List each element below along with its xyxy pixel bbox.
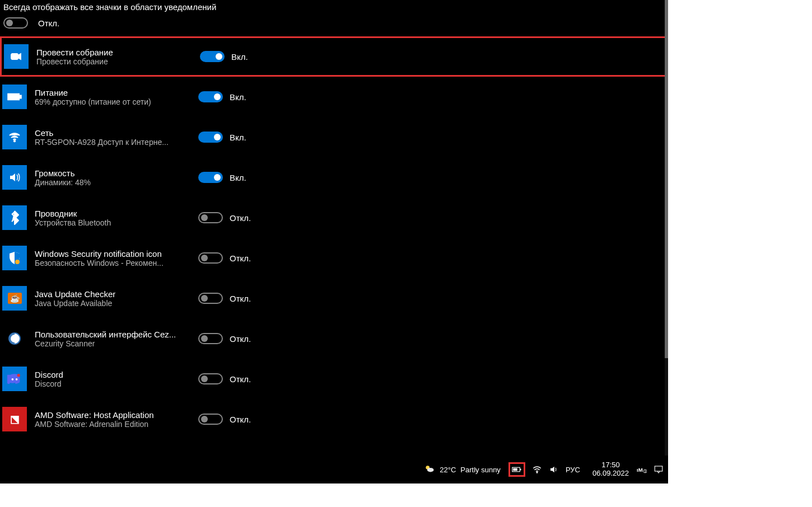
tray-app-icon[interactable]: ıM1 bbox=[637, 464, 647, 475]
row-title: Питание bbox=[35, 88, 198, 97]
row-subtitle: Java Update Available bbox=[35, 299, 198, 308]
row-title: Пользовательский интерфейс Cez... bbox=[35, 330, 198, 339]
notification-icon-row[interactable]: Провести собраниеПровести собраниеВкл. bbox=[0, 36, 668, 77]
row-toggle[interactable] bbox=[198, 293, 223, 304]
clock-time: 17:50 bbox=[601, 461, 620, 470]
row-toggle[interactable] bbox=[198, 132, 223, 143]
svg-rect-13 bbox=[513, 468, 517, 471]
row-toggle-group: Откл. bbox=[198, 252, 251, 264]
row-toggle-label: Вкл. bbox=[231, 52, 248, 62]
notification-icon-row[interactable]: Пользовательский интерфейс Cez...Cezurit… bbox=[0, 318, 668, 359]
row-text: Пользовательский интерфейс Cez...Cezurit… bbox=[27, 330, 198, 348]
row-text: Питание69% доступно (питание от сети) bbox=[27, 88, 198, 106]
row-toggle-label: Откл. bbox=[230, 294, 251, 303]
row-subtitle: Динамики: 48% bbox=[35, 178, 198, 187]
row-subtitle: Cezurity Scanner bbox=[35, 339, 198, 348]
bluetooth-icon bbox=[2, 205, 27, 230]
weather-icon bbox=[424, 463, 435, 476]
meet-now-icon bbox=[4, 44, 29, 69]
weather-widget[interactable]: 22°C Partly sunny bbox=[424, 463, 501, 476]
tray-volume-icon[interactable] bbox=[549, 464, 559, 475]
svg-rect-2 bbox=[20, 95, 21, 98]
tray-battery-icon[interactable] bbox=[508, 462, 525, 477]
svg-point-7 bbox=[16, 378, 18, 381]
row-toggle-label: Откл. bbox=[230, 254, 251, 263]
row-subtitle: Устройства Bluetooth bbox=[35, 218, 198, 227]
row-toggle[interactable] bbox=[198, 373, 223, 384]
taskbar: 22°C Partly sunny РУС 17:50 06.09.2022 ı… bbox=[0, 456, 668, 483]
notification-icon-row[interactable]: ⬔AMD Software: Host ApplicationAMD Softw… bbox=[0, 399, 668, 439]
clock-date: 06.09.2022 bbox=[592, 470, 629, 478]
row-title: Java Update Checker bbox=[35, 289, 198, 299]
svg-point-6 bbox=[12, 378, 14, 381]
row-text: ГромкостьДинамики: 48% bbox=[27, 168, 198, 187]
row-title: Провести собрание bbox=[36, 48, 200, 57]
always-show-heading: Всегда отображать все значки в области у… bbox=[0, 0, 668, 17]
taskbar-right-icons: ıM1 bbox=[637, 464, 664, 475]
row-subtitle: AMD Software: Adrenalin Edition bbox=[35, 420, 198, 429]
svg-rect-18 bbox=[655, 466, 662, 471]
always-show-toggle[interactable] bbox=[3, 17, 28, 29]
tray-input-lang[interactable]: РУС bbox=[566, 466, 580, 474]
row-toggle-group: Откл. bbox=[198, 333, 251, 344]
svg-point-10 bbox=[427, 467, 434, 472]
svg-point-4 bbox=[15, 260, 20, 264]
row-toggle[interactable] bbox=[198, 252, 223, 264]
row-subtitle: Провести собрание bbox=[36, 57, 200, 66]
row-title: Windows Security notification icon bbox=[35, 249, 198, 259]
row-subtitle: RT-5GPON-A928 Доступ к Интерне... bbox=[35, 138, 198, 147]
notification-icon-row[interactable]: ☕Java Update CheckerJava Update Availabl… bbox=[0, 278, 668, 318]
java-icon: ☕ bbox=[2, 286, 27, 311]
row-toggle[interactable] bbox=[198, 172, 223, 183]
row-toggle-group: Вкл. bbox=[198, 91, 246, 102]
svg-point-3 bbox=[14, 140, 15, 142]
settings-notification-icons-panel: Всегда отображать все значки в области у… bbox=[0, 0, 668, 483]
master-toggle-row: Откл. bbox=[0, 17, 668, 36]
notification-icon-row[interactable]: DiscordDiscordОткл. bbox=[0, 359, 668, 399]
notification-icon-row[interactable]: Питание69% доступно (питание от сети)Вкл… bbox=[0, 77, 668, 117]
row-toggle[interactable] bbox=[200, 51, 225, 62]
row-toggle-group: Откл. bbox=[198, 414, 251, 425]
notification-icon-row[interactable]: ГромкостьДинамики: 48%Вкл. bbox=[0, 157, 668, 198]
cezurity-icon bbox=[2, 326, 27, 351]
row-subtitle: 69% доступно (питание от сети) bbox=[35, 97, 198, 106]
row-toggle-group: Вкл. bbox=[198, 132, 246, 143]
row-toggle-group: Вкл. bbox=[200, 51, 248, 62]
row-toggle-label: Откл. bbox=[230, 415, 251, 424]
cropped-whitespace bbox=[668, 0, 812, 507]
row-subtitle: Discord bbox=[35, 379, 198, 388]
svg-rect-1 bbox=[8, 93, 19, 100]
weather-temp: 22°C bbox=[440, 466, 456, 474]
taskbar-clock[interactable]: 17:50 06.09.2022 bbox=[592, 461, 629, 478]
row-text: DiscordDiscord bbox=[27, 370, 198, 388]
notification-icon-row[interactable]: ПроводникУстройства BluetoothОткл. bbox=[0, 198, 668, 238]
row-text: СетьRT-5GPON-A928 Доступ к Интерне... bbox=[27, 128, 198, 147]
notification-icon-row[interactable]: Windows Security notification iconБезопа… bbox=[0, 238, 668, 278]
row-toggle-group: Откл. bbox=[198, 212, 251, 223]
tray-wifi-icon[interactable] bbox=[532, 464, 542, 475]
row-subtitle: Безопасность Windows - Рекомен... bbox=[35, 259, 198, 267]
row-toggle[interactable] bbox=[198, 414, 223, 425]
row-toggle-label: Вкл. bbox=[230, 173, 246, 182]
always-show-toggle-label: Откл. bbox=[38, 18, 59, 28]
row-toggle[interactable] bbox=[198, 212, 223, 223]
row-title: AMD Software: Host Application bbox=[35, 410, 198, 420]
row-toggle-label: Откл. bbox=[230, 334, 251, 344]
row-toggle-label: Вкл. bbox=[230, 92, 246, 102]
row-title: Проводник bbox=[35, 209, 198, 218]
wifi-icon bbox=[2, 125, 27, 149]
security-icon bbox=[2, 246, 27, 270]
volume-icon bbox=[2, 165, 27, 190]
row-text: Java Update CheckerJava Update Available bbox=[27, 289, 198, 308]
svg-rect-12 bbox=[520, 469, 521, 471]
notification-icon-row[interactable]: СетьRT-5GPON-A928 Доступ к Интерне...Вкл… bbox=[0, 117, 668, 157]
row-toggle-label: Откл. bbox=[230, 374, 251, 384]
row-toggle[interactable] bbox=[198, 333, 223, 344]
row-toggle-group: Откл. bbox=[198, 373, 251, 384]
row-toggle[interactable] bbox=[198, 91, 223, 102]
row-title: Сеть bbox=[35, 128, 198, 138]
row-text: Провести собраниеПровести собрание bbox=[29, 48, 200, 66]
action-center-icon[interactable] bbox=[654, 464, 664, 475]
row-toggle-group: Откл. bbox=[198, 293, 251, 304]
row-toggle-label: Вкл. bbox=[230, 133, 246, 142]
